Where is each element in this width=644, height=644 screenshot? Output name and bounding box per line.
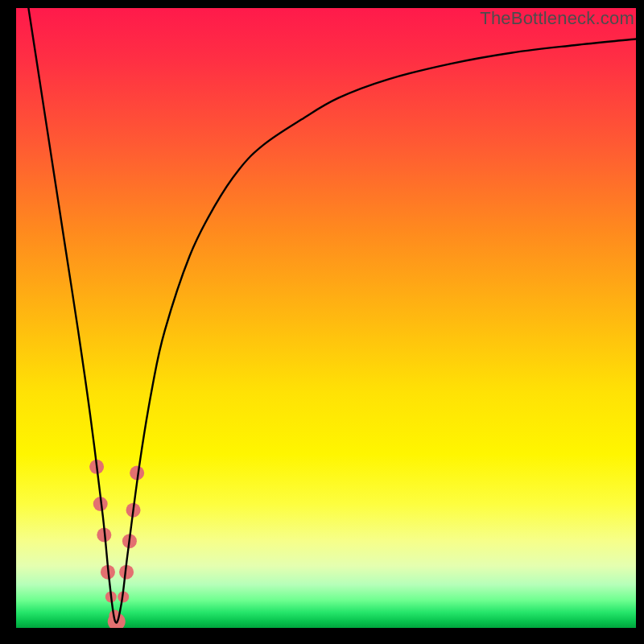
- plot-area: [16, 8, 636, 628]
- chart-svg: [16, 8, 636, 628]
- chart-frame: TheBottleneck.com: [0, 0, 644, 644]
- bottleneck-curve: [28, 8, 636, 623]
- watermark-text: TheBottleneck.com: [480, 8, 634, 29]
